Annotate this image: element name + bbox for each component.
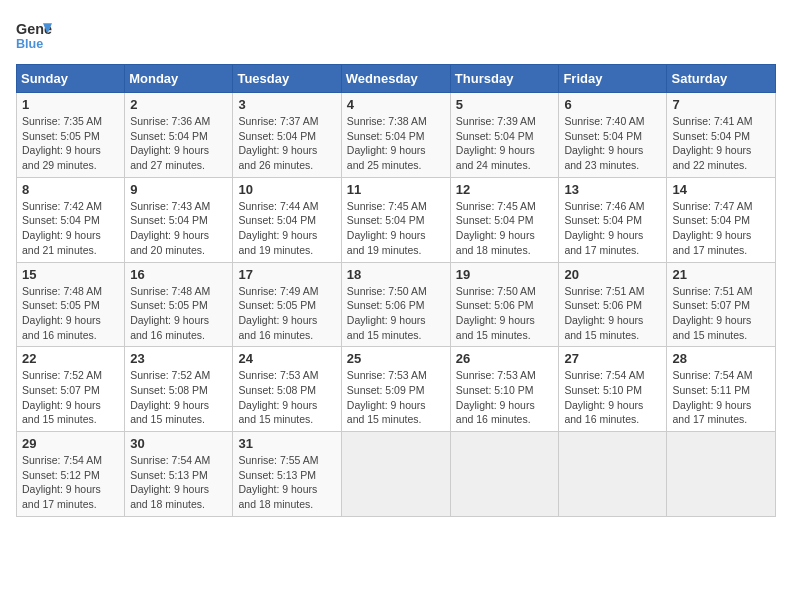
day-number: 29 bbox=[22, 436, 119, 451]
day-number: 24 bbox=[238, 351, 335, 366]
calendar-cell: 19Sunrise: 7:50 AMSunset: 5:06 PMDayligh… bbox=[450, 262, 559, 347]
calendar-table: SundayMondayTuesdayWednesdayThursdayFrid… bbox=[16, 64, 776, 517]
calendar-cell: 4Sunrise: 7:38 AMSunset: 5:04 PMDaylight… bbox=[341, 93, 450, 178]
day-detail: Sunrise: 7:53 AMSunset: 5:10 PMDaylight:… bbox=[456, 368, 554, 427]
calendar-cell: 14Sunrise: 7:47 AMSunset: 5:04 PMDayligh… bbox=[667, 177, 776, 262]
day-number: 30 bbox=[130, 436, 227, 451]
day-detail: Sunrise: 7:39 AMSunset: 5:04 PMDaylight:… bbox=[456, 114, 554, 173]
day-number: 1 bbox=[22, 97, 119, 112]
calendar-header-row: SundayMondayTuesdayWednesdayThursdayFrid… bbox=[17, 65, 776, 93]
day-detail: Sunrise: 7:50 AMSunset: 5:06 PMDaylight:… bbox=[347, 284, 445, 343]
day-detail: Sunrise: 7:36 AMSunset: 5:04 PMDaylight:… bbox=[130, 114, 227, 173]
calendar-cell: 24Sunrise: 7:53 AMSunset: 5:08 PMDayligh… bbox=[233, 347, 341, 432]
calendar-cell: 11Sunrise: 7:45 AMSunset: 5:04 PMDayligh… bbox=[341, 177, 450, 262]
calendar-cell: 10Sunrise: 7:44 AMSunset: 5:04 PMDayligh… bbox=[233, 177, 341, 262]
day-number: 27 bbox=[564, 351, 661, 366]
day-number: 17 bbox=[238, 267, 335, 282]
day-detail: Sunrise: 7:43 AMSunset: 5:04 PMDaylight:… bbox=[130, 199, 227, 258]
page-header: General Blue bbox=[16, 16, 776, 52]
day-number: 14 bbox=[672, 182, 770, 197]
day-detail: Sunrise: 7:53 AMSunset: 5:08 PMDaylight:… bbox=[238, 368, 335, 427]
calendar-cell: 5Sunrise: 7:39 AMSunset: 5:04 PMDaylight… bbox=[450, 93, 559, 178]
day-detail: Sunrise: 7:46 AMSunset: 5:04 PMDaylight:… bbox=[564, 199, 661, 258]
calendar-week-row: 1Sunrise: 7:35 AMSunset: 5:05 PMDaylight… bbox=[17, 93, 776, 178]
day-number: 22 bbox=[22, 351, 119, 366]
calendar-cell: 6Sunrise: 7:40 AMSunset: 5:04 PMDaylight… bbox=[559, 93, 667, 178]
calendar-week-row: 22Sunrise: 7:52 AMSunset: 5:07 PMDayligh… bbox=[17, 347, 776, 432]
calendar-cell: 31Sunrise: 7:55 AMSunset: 5:13 PMDayligh… bbox=[233, 432, 341, 517]
day-number: 16 bbox=[130, 267, 227, 282]
day-detail: Sunrise: 7:51 AMSunset: 5:07 PMDaylight:… bbox=[672, 284, 770, 343]
day-detail: Sunrise: 7:42 AMSunset: 5:04 PMDaylight:… bbox=[22, 199, 119, 258]
calendar-body: 1Sunrise: 7:35 AMSunset: 5:05 PMDaylight… bbox=[17, 93, 776, 517]
day-number: 23 bbox=[130, 351, 227, 366]
day-number: 18 bbox=[347, 267, 445, 282]
day-detail: Sunrise: 7:54 AMSunset: 5:13 PMDaylight:… bbox=[130, 453, 227, 512]
calendar-cell bbox=[341, 432, 450, 517]
calendar-cell: 27Sunrise: 7:54 AMSunset: 5:10 PMDayligh… bbox=[559, 347, 667, 432]
calendar-cell: 18Sunrise: 7:50 AMSunset: 5:06 PMDayligh… bbox=[341, 262, 450, 347]
day-detail: Sunrise: 7:50 AMSunset: 5:06 PMDaylight:… bbox=[456, 284, 554, 343]
day-detail: Sunrise: 7:49 AMSunset: 5:05 PMDaylight:… bbox=[238, 284, 335, 343]
day-number: 6 bbox=[564, 97, 661, 112]
day-number: 20 bbox=[564, 267, 661, 282]
day-detail: Sunrise: 7:48 AMSunset: 5:05 PMDaylight:… bbox=[22, 284, 119, 343]
calendar-week-row: 8Sunrise: 7:42 AMSunset: 5:04 PMDaylight… bbox=[17, 177, 776, 262]
day-number: 21 bbox=[672, 267, 770, 282]
day-number: 15 bbox=[22, 267, 119, 282]
day-number: 5 bbox=[456, 97, 554, 112]
calendar-cell: 28Sunrise: 7:54 AMSunset: 5:11 PMDayligh… bbox=[667, 347, 776, 432]
calendar-cell: 22Sunrise: 7:52 AMSunset: 5:07 PMDayligh… bbox=[17, 347, 125, 432]
day-detail: Sunrise: 7:37 AMSunset: 5:04 PMDaylight:… bbox=[238, 114, 335, 173]
calendar-cell: 3Sunrise: 7:37 AMSunset: 5:04 PMDaylight… bbox=[233, 93, 341, 178]
weekday-header: Monday bbox=[125, 65, 233, 93]
day-number: 11 bbox=[347, 182, 445, 197]
day-detail: Sunrise: 7:40 AMSunset: 5:04 PMDaylight:… bbox=[564, 114, 661, 173]
day-number: 10 bbox=[238, 182, 335, 197]
calendar-cell: 2Sunrise: 7:36 AMSunset: 5:04 PMDaylight… bbox=[125, 93, 233, 178]
weekday-header: Tuesday bbox=[233, 65, 341, 93]
weekday-header: Thursday bbox=[450, 65, 559, 93]
day-number: 25 bbox=[347, 351, 445, 366]
svg-text:Blue: Blue bbox=[16, 37, 43, 51]
calendar-cell bbox=[667, 432, 776, 517]
day-number: 19 bbox=[456, 267, 554, 282]
day-detail: Sunrise: 7:45 AMSunset: 5:04 PMDaylight:… bbox=[456, 199, 554, 258]
calendar-cell: 20Sunrise: 7:51 AMSunset: 5:06 PMDayligh… bbox=[559, 262, 667, 347]
day-detail: Sunrise: 7:54 AMSunset: 5:12 PMDaylight:… bbox=[22, 453, 119, 512]
day-detail: Sunrise: 7:45 AMSunset: 5:04 PMDaylight:… bbox=[347, 199, 445, 258]
day-number: 26 bbox=[456, 351, 554, 366]
day-detail: Sunrise: 7:41 AMSunset: 5:04 PMDaylight:… bbox=[672, 114, 770, 173]
weekday-header: Saturday bbox=[667, 65, 776, 93]
day-number: 8 bbox=[22, 182, 119, 197]
weekday-header: Wednesday bbox=[341, 65, 450, 93]
calendar-cell: 23Sunrise: 7:52 AMSunset: 5:08 PMDayligh… bbox=[125, 347, 233, 432]
day-detail: Sunrise: 7:38 AMSunset: 5:04 PMDaylight:… bbox=[347, 114, 445, 173]
calendar-cell bbox=[559, 432, 667, 517]
day-detail: Sunrise: 7:35 AMSunset: 5:05 PMDaylight:… bbox=[22, 114, 119, 173]
calendar-cell: 12Sunrise: 7:45 AMSunset: 5:04 PMDayligh… bbox=[450, 177, 559, 262]
day-detail: Sunrise: 7:44 AMSunset: 5:04 PMDaylight:… bbox=[238, 199, 335, 258]
day-detail: Sunrise: 7:47 AMSunset: 5:04 PMDaylight:… bbox=[672, 199, 770, 258]
calendar-cell: 1Sunrise: 7:35 AMSunset: 5:05 PMDaylight… bbox=[17, 93, 125, 178]
day-detail: Sunrise: 7:53 AMSunset: 5:09 PMDaylight:… bbox=[347, 368, 445, 427]
day-number: 12 bbox=[456, 182, 554, 197]
day-detail: Sunrise: 7:48 AMSunset: 5:05 PMDaylight:… bbox=[130, 284, 227, 343]
day-detail: Sunrise: 7:51 AMSunset: 5:06 PMDaylight:… bbox=[564, 284, 661, 343]
day-detail: Sunrise: 7:54 AMSunset: 5:10 PMDaylight:… bbox=[564, 368, 661, 427]
calendar-cell: 26Sunrise: 7:53 AMSunset: 5:10 PMDayligh… bbox=[450, 347, 559, 432]
calendar-cell: 16Sunrise: 7:48 AMSunset: 5:05 PMDayligh… bbox=[125, 262, 233, 347]
calendar-cell: 21Sunrise: 7:51 AMSunset: 5:07 PMDayligh… bbox=[667, 262, 776, 347]
day-number: 31 bbox=[238, 436, 335, 451]
calendar-cell: 8Sunrise: 7:42 AMSunset: 5:04 PMDaylight… bbox=[17, 177, 125, 262]
calendar-cell: 29Sunrise: 7:54 AMSunset: 5:12 PMDayligh… bbox=[17, 432, 125, 517]
day-detail: Sunrise: 7:52 AMSunset: 5:08 PMDaylight:… bbox=[130, 368, 227, 427]
logo: General Blue bbox=[16, 16, 52, 52]
day-number: 28 bbox=[672, 351, 770, 366]
calendar-week-row: 29Sunrise: 7:54 AMSunset: 5:12 PMDayligh… bbox=[17, 432, 776, 517]
calendar-cell: 9Sunrise: 7:43 AMSunset: 5:04 PMDaylight… bbox=[125, 177, 233, 262]
day-number: 2 bbox=[130, 97, 227, 112]
day-number: 9 bbox=[130, 182, 227, 197]
calendar-cell: 15Sunrise: 7:48 AMSunset: 5:05 PMDayligh… bbox=[17, 262, 125, 347]
weekday-header: Sunday bbox=[17, 65, 125, 93]
